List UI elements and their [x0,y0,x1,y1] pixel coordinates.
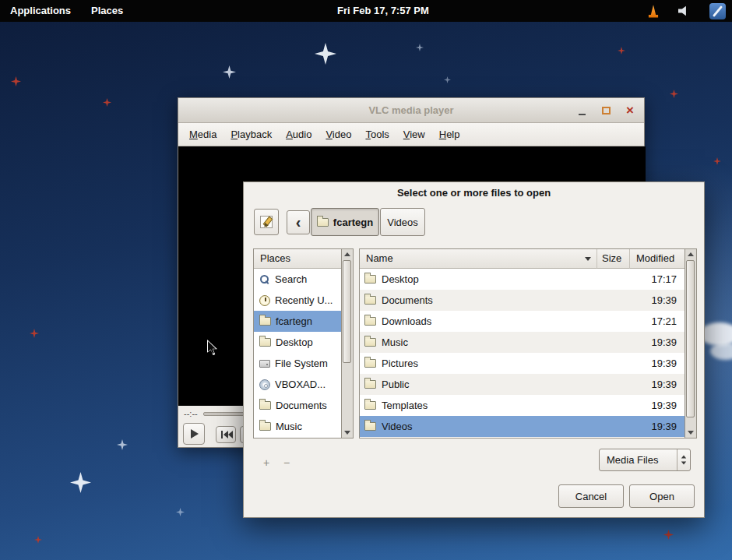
file-modified: 19:39 [633,400,684,411]
place-label: Search [275,273,307,285]
maximize-icon [602,107,611,114]
cancel-button[interactable]: Cancel [558,484,624,508]
star-decoration [30,329,39,338]
file-name: Music [382,336,600,348]
place-label: Documents [276,400,327,411]
star-decoration [11,76,21,86]
close-button[interactable] [624,104,636,117]
menu-tools[interactable]: Tools [358,123,396,146]
file-row-public[interactable]: Public 19:39 [360,374,684,395]
place-label: VBOXAD... [275,379,326,390]
star-decoration [416,44,424,51]
column-label: Name [366,252,393,264]
place-item-desktop[interactable]: Desktop [254,332,341,353]
open-button[interactable]: Open [629,484,695,508]
file-name: Pictures [382,357,600,369]
add-place-button[interactable]: + [258,455,275,470]
folder-icon [259,317,271,326]
menu-view[interactable]: View [396,123,432,146]
menu-playback[interactable]: Playback [223,123,279,146]
menu-video[interactable]: Video [318,123,358,146]
vlc-cone-icon[interactable] [647,5,660,18]
file-name: Desktop [382,273,600,285]
volume-icon[interactable] [678,5,691,16]
clock-icon [259,295,270,306]
search-icon [259,274,270,285]
file-row-documents[interactable]: Documents 19:39 [360,290,684,311]
folder-icon [317,218,329,227]
places-header[interactable]: Places [254,249,341,269]
applications-menu[interactable]: Applications [0,0,81,22]
filter-value: Media Files [607,454,658,466]
menu-help[interactable]: Help [432,123,467,146]
folder-icon [364,380,376,389]
folder-icon [364,422,376,431]
menu-media[interactable]: Media [182,123,223,146]
scroll-down-icon[interactable] [685,428,695,438]
place-item-documents[interactable]: Documents [254,395,341,416]
scroll-up-icon[interactable] [685,249,695,259]
places-scrollbar[interactable] [342,248,354,438]
place-label: fcartegn [276,315,312,327]
dialog-title: Select one or more files to open [244,187,704,199]
play-button[interactable] [183,423,205,445]
combo-spinner-icon[interactable] [677,449,690,470]
place-item-home[interactable]: fcartegn [254,311,341,332]
scroll-down-icon[interactable] [342,428,352,438]
star-decoration [70,472,91,493]
star-decoration [618,47,625,55]
file-row-music[interactable]: Music 19:39 [360,332,684,353]
remove-place-button[interactable]: − [278,455,295,470]
drive-icon [259,360,270,368]
file-row-templates[interactable]: Templates 19:39 [360,395,684,416]
column-header-size[interactable]: Size [597,249,630,269]
file-modified: 19:39 [633,379,684,390]
file-row-videos[interactable]: Videos 19:39 [360,416,684,437]
clock[interactable]: Fri Feb 17, 7:57 PM [337,0,429,22]
scrollbar-thumb[interactable] [343,260,351,363]
places-menu[interactable]: Places [81,0,133,22]
menu-audio[interactable]: Audio [279,123,318,146]
folder-icon [259,422,271,431]
column-label: Modified [636,252,674,264]
desktop: Applications Places Fri Feb 17, 7:57 PM … [0,0,732,560]
file-type-filter[interactable]: Media Files [599,449,691,471]
window-controls [575,104,636,118]
minimize-button[interactable] [575,104,588,117]
elapsed-time: --:-- [184,409,198,418]
place-item-vboxadditions[interactable]: VBOXAD... [254,374,341,395]
place-item-search[interactable]: Search [254,269,341,290]
sort-arrow-icon[interactable] [585,257,591,261]
tool-tray-icon[interactable] [709,3,726,19]
chevron-left-icon [296,216,301,230]
column-header-name[interactable]: Name [360,249,597,269]
scrollbar-thumb[interactable] [686,260,695,417]
path-segment-videos[interactable]: Videos [380,208,425,236]
column-header-modified[interactable]: Modified [630,249,684,269]
place-item-recent[interactable]: Recently U... [254,290,341,311]
vlc-titlebar[interactable]: VLC media player [178,98,644,123]
file-list-scrollbar[interactable] [685,248,697,438]
type-filename-button[interactable] [254,209,279,235]
star-decoration [663,530,674,540]
star-decoration [176,508,185,516]
vlc-window-title: VLC media player [178,98,644,123]
star-decoration [103,98,111,107]
place-item-music[interactable]: Music [254,416,341,437]
scroll-up-icon[interactable] [342,249,352,259]
file-name: Documents [382,294,600,306]
back-button[interactable] [287,210,310,234]
place-label: File System [275,357,328,369]
file-row-desktop[interactable]: Desktop 17:17 [360,269,684,290]
previous-button[interactable] [216,426,236,443]
file-name: Downloads [382,315,600,327]
folder-icon [364,338,376,347]
place-item-filesystem[interactable]: File System [254,353,341,374]
file-row-pictures[interactable]: Pictures 19:39 [360,353,684,374]
file-open-dialog: Select one or more files to open fcarteg… [243,181,705,518]
place-label: Desktop [276,336,313,348]
maximize-button[interactable] [600,104,612,117]
place-label: Music [276,421,302,432]
path-segment-home[interactable]: fcartegn [311,208,379,236]
file-row-downloads[interactable]: Downloads 17:21 [360,311,684,332]
